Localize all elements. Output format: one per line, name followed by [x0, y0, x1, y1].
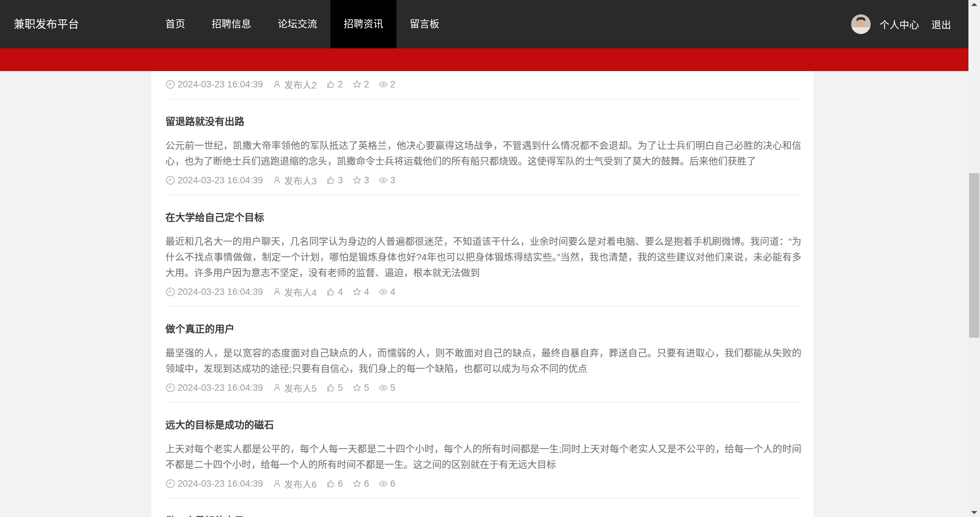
news-list-card: 2024-03-23 16:04:39 发布人2 2 2 [151, 71, 814, 517]
nav-item-forum[interactable]: 论坛交流 [264, 0, 331, 48]
user-area: 个人中心 退出 [851, 0, 980, 48]
user-icon [272, 383, 282, 393]
meta-time: 2024-03-23 16:04:39 [165, 287, 263, 297]
post-publisher: 发布人5 [284, 381, 317, 395]
eye-icon [378, 175, 388, 186]
vertical-scrollbar[interactable] [969, 0, 980, 517]
meta-views: 5 [378, 383, 395, 393]
post-publisher: 发布人3 [284, 174, 317, 187]
scroll-up-arrow-icon [971, 3, 977, 6]
post-like-count: 6 [338, 479, 343, 489]
eye-icon [378, 479, 388, 489]
post-title-link[interactable]: 在大学给自己定个目标 [165, 212, 801, 224]
avatar-photo-placeholder [851, 14, 871, 34]
nav-item-news-active[interactable]: 招聘资讯 [331, 0, 396, 48]
meta-publisher: 发布人3 [272, 174, 317, 187]
clock-icon [165, 383, 176, 393]
clock-icon [165, 175, 176, 186]
meta-time: 2024-03-23 16:04:39 [165, 175, 263, 186]
user-icon [272, 175, 282, 186]
meta-likes: 5 [326, 383, 343, 393]
post-favorite-count: 4 [364, 287, 369, 297]
top-navbar: 兼职发布平台 首页 招聘信息 论坛交流 招聘资讯 留言板 个人中心 退出 [0, 0, 980, 48]
news-item-partial-top: 2024-03-23 16:04:39 发布人2 2 2 [165, 71, 801, 99]
post-view-count: 3 [390, 175, 395, 186]
news-item: 留退路就没有出路 公元前一世纪，凯撒大帝率领他的军队抵达了英格兰，他决心要赢得这… [165, 99, 801, 195]
meta-publisher: 发布人2 [272, 78, 317, 91]
meta-favorites: 6 [352, 479, 369, 489]
profile-link[interactable]: 个人中心 [880, 17, 919, 31]
meta-likes: 4 [326, 287, 343, 297]
meta-likes: 3 [326, 175, 343, 186]
meta-favorites: 4 [352, 287, 369, 297]
site-brand[interactable]: 兼职发布平台 [14, 0, 79, 48]
post-date: 2024-03-23 16:04:39 [178, 479, 263, 489]
nav-item-home[interactable]: 首页 [152, 0, 198, 48]
post-publisher: 发布人6 [284, 477, 317, 490]
user-icon [272, 287, 282, 297]
meta-favorites: 2 [352, 79, 369, 90]
meta-views: 2 [378, 79, 395, 90]
avatar[interactable] [851, 14, 871, 34]
post-favorite-count: 3 [364, 175, 369, 186]
post-view-count: 4 [390, 287, 395, 297]
meta-time: 2024-03-23 16:04:39 [165, 479, 263, 489]
meta-time: 2024-03-23 16:04:39 [165, 383, 263, 393]
eye-icon [378, 383, 388, 393]
eye-icon [378, 287, 388, 297]
news-item: 做个真正的用户 最坚强的人，是以宽容的态度面对自己缺点的人，而懦弱的人，则不敢面… [165, 307, 801, 403]
logout-link[interactable]: 退出 [931, 17, 951, 31]
post-date: 2024-03-23 16:04:39 [178, 383, 263, 393]
post-favorite-count: 5 [364, 383, 369, 393]
main-nav: 首页 招聘信息 论坛交流 招聘资讯 留言板 [152, 0, 453, 48]
post-view-count: 2 [390, 79, 395, 90]
post-title-link[interactable]: 留退路就没有出路 [165, 116, 801, 128]
scroll-down-arrow-icon [971, 511, 977, 514]
meta-likes: 6 [326, 479, 343, 489]
post-meta: 2024-03-23 16:04:39 发布人6 6 6 [165, 478, 801, 489]
post-meta: 2024-03-23 16:04:39 发布人5 5 5 [165, 382, 801, 393]
star-icon [352, 479, 362, 489]
post-meta: 2024-03-23 16:04:39 发布人3 3 3 [165, 175, 801, 186]
nav-item-messageboard[interactable]: 留言板 [396, 0, 453, 48]
post-like-count: 2 [338, 79, 343, 90]
scrollbar-thumb[interactable] [969, 173, 979, 338]
scroll-up-button[interactable] [969, 0, 980, 9]
clock-icon [165, 79, 176, 89]
post-view-count: 6 [390, 479, 395, 489]
meta-publisher: 发布人4 [272, 285, 317, 299]
nav-item-jobs[interactable]: 招聘信息 [198, 0, 264, 48]
user-icon [272, 79, 282, 89]
thumbs-up-icon [326, 479, 336, 489]
meta-views: 4 [378, 287, 395, 297]
post-date: 2024-03-23 16:04:39 [178, 79, 263, 90]
meta-time: 2024-03-23 16:04:39 [165, 79, 263, 90]
post-title-link[interactable]: 做一个最好的自己 [165, 515, 801, 517]
post-like-count: 4 [338, 287, 343, 297]
post-favorite-count: 2 [364, 79, 369, 90]
meta-likes: 2 [326, 79, 343, 90]
post-date: 2024-03-23 16:04:39 [178, 287, 263, 297]
thumbs-up-icon [326, 175, 336, 186]
news-item: 在大学给自己定个目标 最近和几名大一的用户聊天，几名同学认为身边的人普遍都很迷茫… [165, 195, 801, 307]
thumbs-up-icon [326, 287, 336, 297]
post-date: 2024-03-23 16:04:39 [178, 175, 263, 186]
star-icon [352, 383, 362, 393]
meta-publisher: 发布人6 [272, 477, 317, 490]
star-icon [352, 79, 362, 89]
post-title-link[interactable]: 远大的目标是成功的磁石 [165, 419, 801, 431]
news-item: 远大的目标是成功的磁石 上天对每个老实人都是公平的，每个人每一天都是二十四个小时… [165, 403, 801, 499]
star-icon [352, 287, 362, 297]
post-content: 公元前一世纪，凯撒大帝率领他的军队抵达了英格兰，他决心要赢得这场战争，不管遇到什… [165, 138, 801, 170]
post-meta: 2024-03-23 16:04:39 发布人2 2 2 [165, 79, 801, 90]
post-content: 最近和几名大一的用户聊天，几名同学认为身边的人普遍都很迷茫，不知道该干什么，业余… [165, 234, 801, 281]
scroll-down-button[interactable] [969, 508, 980, 517]
news-item-partial-bottom: 做一个最好的自己 [165, 499, 801, 517]
post-meta: 2024-03-23 16:04:39 发布人4 4 4 [165, 286, 801, 297]
eye-icon [378, 79, 388, 89]
post-title-link[interactable]: 做个真正的用户 [165, 323, 801, 335]
star-icon [352, 175, 362, 186]
post-like-count: 5 [338, 383, 343, 393]
post-publisher: 发布人4 [284, 285, 317, 299]
clock-icon [165, 287, 176, 297]
